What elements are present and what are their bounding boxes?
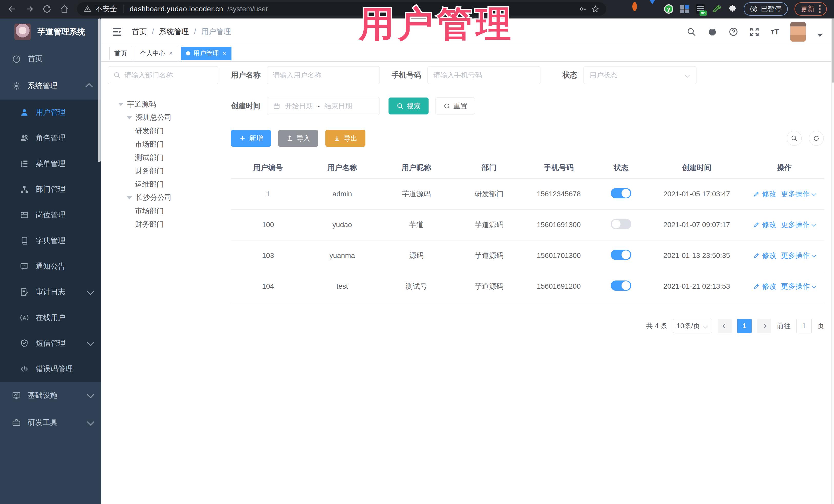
- sidebar-item-岗位管理[interactable]: 岗位管理: [0, 202, 101, 228]
- bookmark-star-icon[interactable]: [591, 5, 599, 13]
- mobile-field[interactable]: [427, 66, 541, 84]
- not-secure-label[interactable]: 不安全: [95, 4, 117, 14]
- tree-node-芋道源码[interactable]: 芋道源码: [108, 97, 223, 111]
- font-size-icon[interactable]: ᴛT: [771, 27, 779, 36]
- edit-link[interactable]: 修改: [753, 220, 776, 230]
- fullscreen-icon[interactable]: [750, 27, 759, 37]
- status-select[interactable]: 用户状态: [584, 66, 697, 84]
- search-button[interactable]: 搜索: [389, 97, 429, 114]
- tab-close-icon[interactable]: ×: [169, 50, 173, 57]
- sidebar-item-菜单管理[interactable]: 菜单管理: [0, 151, 101, 177]
- dept-search-box[interactable]: [108, 66, 218, 84]
- reset-button[interactable]: 重置: [435, 97, 475, 114]
- hamburger-icon[interactable]: [111, 26, 123, 38]
- sidebar-item-在线用户[interactable]: 在线用户: [0, 305, 101, 330]
- address-bar[interactable]: 不安全 dashboard.yudao.iocoder.cn /system/u…: [77, 2, 606, 16]
- extension-on-switch-icon[interactable]: on: [696, 4, 705, 14]
- home-icon[interactable]: [60, 4, 69, 14]
- goto-page-input[interactable]: [796, 319, 812, 333]
- sidebar-scrollbar[interactable]: [98, 19, 101, 162]
- username-field[interactable]: [267, 66, 380, 84]
- github-icon[interactable]: [707, 27, 717, 37]
- more-actions-link[interactable]: 更多操作: [781, 282, 815, 291]
- password-key-icon[interactable]: [579, 5, 587, 13]
- forward-icon[interactable]: [25, 4, 35, 14]
- toggle-search-button[interactable]: [787, 131, 802, 146]
- tree-node-财务部门[interactable]: 财务部门: [108, 218, 223, 231]
- reload-icon[interactable]: [42, 4, 52, 14]
- sidebar-item-通知公告[interactable]: 通知公告: [0, 254, 101, 279]
- docs-help-icon[interactable]: [728, 27, 738, 37]
- breadcrumb-system[interactable]: 系统管理: [159, 27, 189, 37]
- tree-node-测试部门[interactable]: 测试部门: [108, 151, 223, 164]
- sidebar-item-错误码管理[interactable]: 错误码管理: [0, 356, 101, 382]
- tree-node-研发部门[interactable]: 研发部门: [108, 124, 223, 137]
- status-toggle[interactable]: [611, 281, 631, 291]
- add-button[interactable]: 新增: [231, 130, 271, 147]
- sidebar-item-审计日志[interactable]: 审计日志: [0, 279, 101, 305]
- tab-用户管理[interactable]: 用户管理×: [181, 47, 232, 60]
- edit-link[interactable]: 修改: [753, 189, 776, 199]
- extension-green-y-icon[interactable]: y: [664, 4, 673, 14]
- export-button[interactable]: 导出: [325, 130, 366, 147]
- mobile-input[interactable]: [434, 71, 534, 79]
- window-scrollbar[interactable]: [831, 19, 834, 504]
- extensions-puzzle-icon[interactable]: [728, 4, 737, 14]
- date-range-picker[interactable]: 开始日期 - 结束日期: [267, 97, 380, 115]
- logo-row[interactable]: 芋道管理系统: [0, 19, 101, 45]
- page-size-select[interactable]: 10条/页: [673, 319, 712, 333]
- user-avatar[interactable]: [790, 22, 806, 42]
- avatar-caret-icon[interactable]: [817, 34, 823, 37]
- url-host[interactable]: dashboard.yudao.iocoder.cn: [130, 5, 223, 13]
- extension-orange-ring-icon[interactable]: [632, 4, 641, 14]
- tree-node-市场部门[interactable]: 市场部门: [108, 137, 223, 151]
- tree-node-运维部门[interactable]: 运维部门: [108, 178, 223, 191]
- tree-node-财务部门[interactable]: 财务部门: [108, 164, 223, 178]
- dept-search-input[interactable]: [125, 71, 213, 79]
- tree-node-市场部门[interactable]: 市场部门: [108, 204, 223, 218]
- sidebar-item-部门管理[interactable]: 部门管理: [0, 177, 101, 202]
- refresh-table-button[interactable]: [809, 131, 824, 146]
- breadcrumb-home[interactable]: 首页: [132, 27, 147, 37]
- prev-page-button[interactable]: [718, 319, 731, 333]
- tab-首页[interactable]: 首页: [109, 47, 132, 60]
- sidebar-item-字典管理[interactable]: 字典管理: [0, 228, 101, 254]
- header-search-icon[interactable]: [686, 27, 696, 37]
- edit-link[interactable]: 修改: [753, 282, 776, 291]
- extension-blue-gem-icon[interactable]: [648, 4, 657, 14]
- sidebar-item-基础设施[interactable]: 基础设施: [0, 382, 101, 409]
- status-toggle[interactable]: [611, 250, 631, 260]
- more-actions-link[interactable]: 更多操作: [781, 189, 815, 199]
- status-toggle[interactable]: [611, 219, 631, 229]
- sidebar-item-首页[interactable]: 首页: [0, 45, 101, 72]
- tab-close-icon[interactable]: ×: [222, 50, 226, 57]
- sidebar-item-用户管理[interactable]: 用户管理: [0, 100, 101, 125]
- url-path[interactable]: /system/user: [227, 5, 268, 13]
- download-icon: [333, 135, 341, 142]
- next-page-button[interactable]: [757, 319, 771, 333]
- profile-paused-chip[interactable]: 😲 已暂停: [744, 2, 788, 16]
- more-actions-caret-icon: [812, 253, 816, 257]
- current-page-button[interactable]: 1: [737, 319, 752, 333]
- extension-grid-icon[interactable]: [680, 4, 689, 14]
- tree-node-长沙分公司[interactable]: 长沙分公司: [108, 191, 223, 204]
- sidebar-item-系统管理[interactable]: 系统管理: [0, 72, 101, 100]
- sidebar-item-角色管理[interactable]: 角色管理: [0, 125, 101, 151]
- tab-个人中心[interactable]: 个人中心×: [135, 47, 178, 60]
- chrome-update-chip[interactable]: 更新: [794, 2, 827, 16]
- sidebar-item-短信管理[interactable]: 短信管理: [0, 330, 101, 356]
- more-actions-link[interactable]: 更多操作: [781, 251, 815, 261]
- back-icon[interactable]: [7, 4, 17, 14]
- tree-expand-caret-icon[interactable]: [118, 103, 124, 106]
- tree-expand-caret-icon[interactable]: [127, 196, 132, 199]
- edit-link[interactable]: 修改: [753, 251, 776, 261]
- import-button[interactable]: 导入: [278, 130, 318, 147]
- tree-expand-caret-icon[interactable]: [127, 116, 132, 119]
- browser-menu-icon[interactable]: [819, 5, 821, 13]
- username-input[interactable]: [273, 71, 374, 79]
- sidebar-item-研发工具[interactable]: 研发工具: [0, 409, 101, 436]
- more-actions-link[interactable]: 更多操作: [781, 220, 815, 230]
- status-toggle[interactable]: [611, 188, 631, 198]
- tree-node-深圳总公司[interactable]: 深圳总公司: [108, 111, 223, 124]
- extension-wrench-icon[interactable]: [712, 4, 721, 14]
